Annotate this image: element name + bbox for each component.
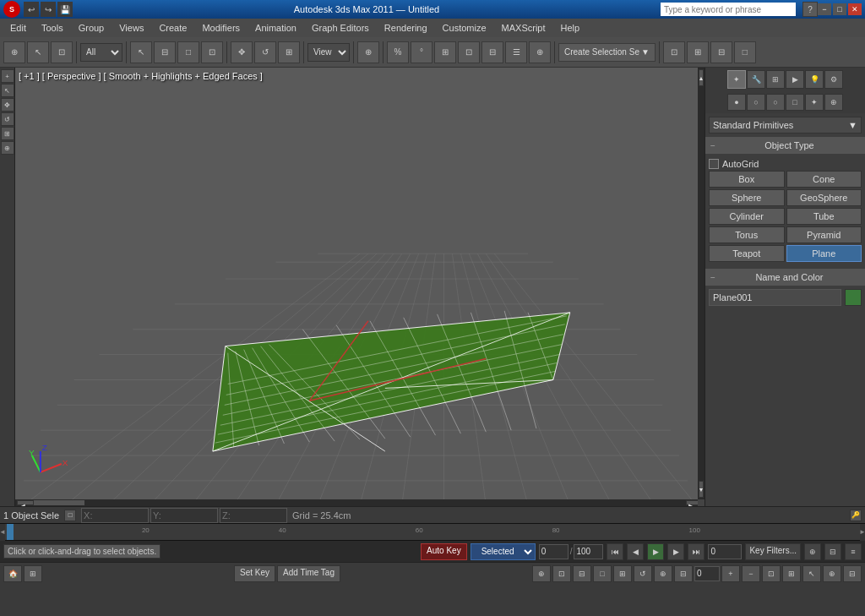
tb-percent-btn[interactable]: % [387,41,409,63]
menu-create[interactable]: Create [152,21,193,35]
autogrid-checkbox[interactable] [709,159,719,169]
bt-extra12[interactable]: ⊞ [782,565,801,582]
extra-anim-btn3[interactable]: ≡ [845,543,862,560]
frame-end-input[interactable] [574,544,603,559]
next-frame-btn[interactable]: ▶ [667,543,684,560]
key-icon[interactable]: 🔑 [850,510,862,521]
tb-extra2-btn[interactable]: ⊞ [687,41,709,63]
rp-subtab-space[interactable]: ⊕ [824,94,843,111]
add-time-tag-button[interactable]: Add Time Tag [277,565,340,582]
search-input[interactable] [664,5,792,14]
lt-scale-btn[interactable]: ⊞ [1,127,14,140]
bt-extra1[interactable]: ⊕ [532,565,551,582]
obj-btn-torus[interactable]: Torus [709,226,785,243]
tb-window-cross-btn[interactable]: ⊡ [201,41,223,63]
rp-subtab-helper[interactable]: ✦ [805,94,824,111]
bt-extra5[interactable]: ⊞ [613,565,632,582]
prev-frame-btn[interactable]: ◀ [627,543,644,560]
tb-extra4-btn[interactable]: □ [734,41,756,63]
lt-snap-btn[interactable]: ⊕ [1,141,14,155]
goto-start-btn[interactable]: ⏮ [607,543,623,560]
rp-tab-create[interactable]: ✦ [727,70,746,89]
z-input[interactable] [220,508,287,523]
auto-key-button[interactable]: Auto Key [421,543,467,560]
key-filters-button[interactable]: Key Filters... [745,543,801,560]
current-frame-input[interactable] [708,544,742,559]
obj-btn-teapot[interactable]: Teapot [709,245,785,262]
tb-align-btn[interactable]: ⊟ [481,41,503,63]
rp-subtab-shape[interactable]: ○ [747,94,765,111]
tb-curve-editor-btn[interactable]: ⊕ [529,41,551,63]
frame-display[interactable] [694,566,720,581]
bt-extra14[interactable]: ⊕ [823,565,841,582]
maximize-button[interactable]: □ [833,3,846,15]
rp-tab-display[interactable]: 💡 [805,70,824,89]
obj-btn-sphere[interactable]: Sphere [709,189,785,206]
play-btn[interactable]: ▶ [647,543,664,560]
menu-modifiers[interactable]: Modifiers [195,21,247,35]
search-bar[interactable] [661,3,796,16]
object-color-swatch[interactable] [845,289,862,306]
bt-extra3[interactable]: ⊟ [573,565,591,582]
menu-views[interactable]: Views [112,21,150,35]
tb-scale-btn[interactable]: ⊞ [278,41,300,63]
obj-btn-plane[interactable]: Plane [786,245,862,262]
tb-select-obj-btn[interactable]: ↖ [130,41,152,63]
tb-select-name-btn[interactable]: ⊟ [154,41,176,63]
rp-subtab-camera[interactable]: □ [786,94,804,111]
menu-rendering[interactable]: Rendering [378,21,434,35]
tb-angle-btn[interactable]: ° [411,41,432,63]
bt-extra15[interactable]: ⊟ [843,565,862,582]
lt-create-btn[interactable]: + [1,69,14,83]
tb-rect-sel-btn[interactable]: □ [177,41,199,63]
menu-customize[interactable]: Customize [436,21,493,35]
obj-btn-tube[interactable]: Tube [786,208,862,225]
menu-edit[interactable]: Edit [3,21,33,35]
obj-btn-pyramid[interactable]: Pyramid [786,226,862,243]
coord-system-dropdown[interactable]: View [307,43,350,62]
undo-btn[interactable]: ↩ [24,2,39,17]
lt-move-btn[interactable]: ✥ [1,98,14,112]
bt-extra10[interactable]: − [742,565,760,582]
viewport[interactable]: [ +1 ] [ Perspective ] [ Smooth + Highli… [15,68,705,506]
object-name-input[interactable] [709,289,841,306]
menu-group[interactable]: Group [72,21,112,35]
extra-anim-btn2[interactable]: ⊟ [824,543,841,560]
rp-tab-modify[interactable]: 🔧 [747,70,765,89]
tb-extra1-btn[interactable]: ⊡ [663,41,685,63]
help-btn[interactable]: ? [802,2,818,17]
obj-btn-cone[interactable]: Cone [786,171,862,188]
object-category-dropdown[interactable]: Standard Primitives Extended Primitives … [709,117,862,134]
name-color-header[interactable]: − Name and Color [705,269,865,286]
tb-mirror-btn[interactable]: ⊡ [458,41,480,63]
extra-anim-btn1[interactable]: ⊕ [804,543,821,560]
timeline-cursor[interactable] [7,524,14,540]
filter-dropdown[interactable]: All [80,43,122,62]
rp-tab-utilities[interactable]: ⚙ [824,70,843,89]
redo-btn[interactable]: ↪ [41,2,56,17]
minimize-button[interactable]: − [818,3,831,15]
tb-select-region-btn[interactable]: ⊡ [51,41,73,63]
tb-snap-toggle-btn[interactable]: ⊞ [434,41,456,63]
save-btn[interactable]: 💾 [57,2,73,17]
tb-select-btn[interactable]: ↖ [27,41,49,63]
bt-extra11[interactable]: ⊡ [762,565,781,582]
menu-animation[interactable]: Animation [248,21,303,35]
lt-rotate-btn[interactable]: ↺ [1,112,14,126]
obj-btn-cylinder[interactable]: Cylinder [709,208,785,225]
rp-tab-motion[interactable]: ▶ [786,70,804,89]
frame-start-input[interactable] [539,544,569,559]
bt-extra13[interactable]: ↖ [802,565,821,582]
goto-end-btn[interactable]: ⏭ [688,543,705,560]
obj-btn-geosphere[interactable]: GeoSphere [786,189,862,206]
x-input[interactable] [81,508,149,523]
object-category-select[interactable]: Standard Primitives Extended Primitives … [713,120,848,130]
tb-pivot-btn[interactable]: ⊕ [357,41,379,63]
tb-move-btn[interactable]: ✥ [231,41,253,63]
y-input[interactable] [150,508,218,523]
bt-extra7[interactable]: ⊕ [654,565,672,582]
tb-extra3-btn[interactable]: ⊟ [710,41,732,63]
rp-subtab-light[interactable]: ○ [766,94,785,111]
bt-extra2[interactable]: ⊡ [552,565,571,582]
bt-extra8[interactable]: ⊟ [674,565,693,582]
